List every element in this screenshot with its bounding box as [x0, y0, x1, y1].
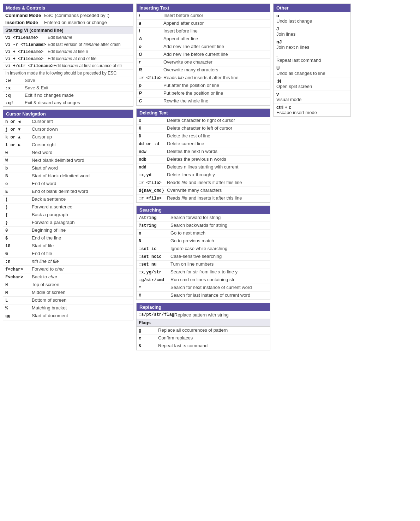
cmd-row-w: :w Save — [3, 77, 133, 84]
cursor-val-0: Cursor left — [32, 119, 53, 124]
flag-val-1: Confirm replaces — [158, 335, 193, 341]
cursor-key-22: M — [5, 290, 32, 295]
searching-key-2: n — [139, 231, 170, 236]
cursor-row-9: EEnd of blank delimited word — [3, 188, 133, 196]
inserting-row-10: PPut before the position or line — [137, 90, 270, 97]
searching-row-1: ?stringSearch backwards for string — [137, 222, 270, 230]
cursor-val-23: Bottom of screen — [32, 297, 66, 303]
deleting-val-10: Reads file and inserts it after this lin… — [167, 195, 242, 201]
deleting-key-2: D — [139, 134, 167, 139]
cursor-row-2: k or ▲Cursor up — [3, 134, 133, 141]
inserting-header: Inserting Text — [137, 4, 270, 12]
cursor-key-4: w — [5, 150, 32, 155]
vi-row-1: vi -r <filename> Edit last version of fi… — [3, 41, 133, 48]
searching-row-2: nGo to next match — [137, 230, 270, 237]
searching-row-4: :set icIgnore case while searching — [137, 245, 270, 253]
vi-key-2: vi + <filename> — [5, 49, 48, 54]
cursor-row-14: 0Beginning of line — [3, 227, 133, 235]
cursor-row-4: wNext word — [3, 149, 133, 157]
inserting-row-0: iInsert before cursor — [137, 12, 270, 20]
searching-row-0: /stringSearch forward for string — [137, 214, 270, 222]
deleting-body: xDelete character to right of cursorXDel… — [137, 117, 270, 202]
searching-key-10: # — [139, 293, 170, 298]
deleting-key-6: ndd — [139, 165, 167, 170]
replacing-body: :s/pt/str/flagReplace pattern with strin… — [137, 311, 270, 350]
cursor-val-9: End of blank delimited word — [32, 189, 88, 194]
column-1: Modes & Controls Command Mode ESC (comma… — [3, 4, 133, 323]
other-row-2: nJJoin next n lines — [274, 38, 350, 51]
cursor-val-22: Middle of screen — [32, 290, 65, 295]
searching-key-3: N — [139, 239, 170, 244]
inserting-val-11: Rewrite the whole line — [163, 98, 208, 103]
cursor-row-22: MMiddle of screen — [3, 289, 133, 297]
vi-val-2: Edit filename at line n — [48, 49, 88, 54]
deleting-key-5: ndb — [139, 157, 167, 162]
searching-header: Searching — [137, 206, 270, 214]
modes-val-command: ESC (commands preceded by :) — [44, 13, 109, 18]
deleting-val-6: Deletes n lines starting with current — [167, 164, 238, 170]
deleting-val-2: Delete the rest of line — [167, 133, 210, 138]
inserting-key-5: O — [139, 52, 163, 57]
other-val-5: Open split screen — [276, 84, 348, 89]
other-section: Other uUndo last changeJJoin linesnJJoin… — [273, 4, 351, 117]
modes-section: Modes & Controls Command Mode ESC (comma… — [3, 4, 133, 107]
inserting-key-9: p — [139, 83, 163, 88]
cmd-key-w: :w — [5, 78, 25, 83]
cursor-val-19: Forward to char — [32, 266, 64, 272]
deleting-row-3: dd or :dDelete current line — [137, 140, 270, 148]
inserting-body: iInsert before cursoraAppend after curso… — [137, 12, 270, 105]
inserting-section: Inserting Text iInsert before cursoraApp… — [136, 4, 270, 106]
inserting-key-6: r — [139, 59, 163, 65]
inserting-key-8: :r <file> — [139, 76, 163, 81]
replace-cmd-val: Replace pattern with string — [174, 312, 229, 318]
inserting-row-9: pPut after the position or line — [137, 82, 270, 90]
deleting-row-1: XDelete character to left of cursor — [137, 125, 270, 132]
replace-cmd-row: :s/pt/str/flagReplace pattern with strin… — [137, 311, 270, 319]
searching-row-8: :g/str/cmdRun cmd on lines containing st… — [137, 276, 270, 284]
other-key-2: nJ — [276, 39, 348, 45]
cursor-row-17: GEnd of file — [3, 250, 133, 258]
searching-row-6: :set nuTurn on line numbers — [137, 261, 270, 268]
vi-key-4: vi +/str <filename> — [5, 64, 54, 69]
cursor-row-23: LBottom of screen — [3, 297, 133, 304]
cursor-key-16: 1G — [5, 244, 32, 249]
deleting-row-7: :x,ydDelete lines x through y — [137, 171, 270, 179]
other-key-7: ctrl + c — [276, 105, 348, 110]
cursor-val-25: Start of document — [32, 313, 68, 318]
inserting-row-2: IInsert before line — [137, 28, 270, 35]
cursor-row-21: HTop of screen — [3, 281, 133, 289]
searching-key-5: :set noic — [139, 254, 170, 259]
other-val-1: Join lines — [276, 31, 348, 37]
cursor-val-16: Start of file — [32, 243, 54, 248]
searching-row-9: *Search for next instance of current wor… — [137, 284, 270, 292]
deleting-row-8: :r <file>Reads file and inserts it after… — [137, 179, 270, 187]
cursor-val-15: End of the line — [32, 235, 61, 241]
other-val-6: Visual mode — [276, 97, 348, 102]
cursor-row-25: ggStart of document — [3, 312, 133, 320]
cmd-val-w: Save — [25, 78, 35, 83]
cmd-val-q: Exit if no changes made — [25, 93, 74, 98]
cursor-row-15: $End of the line — [3, 235, 133, 242]
cursor-val-21: Top of screen — [32, 282, 59, 287]
inserting-row-6: rOverwrite one character — [137, 59, 270, 66]
cursor-key-8: e — [5, 182, 32, 187]
other-val-7: Escape insert mode — [276, 110, 348, 115]
other-row-0: uUndo last change — [274, 12, 350, 25]
flag-val-0: Replace all occurrences of pattern — [158, 327, 228, 333]
flag-row-2: &Repeat last :s command — [137, 342, 270, 350]
cursor-section: Cursor Navigation h or ◀Cursor leftj or … — [3, 109, 133, 320]
cursor-val-11: Forward a sentence — [32, 204, 72, 209]
vi-row-3: vi + <filename> Edit filename at end of … — [3, 55, 133, 63]
inserting-key-4: o — [139, 44, 163, 49]
cursor-val-8: End of word — [32, 181, 56, 186]
inserting-key-7: R — [139, 67, 163, 72]
cmd-key-x: :x — [5, 85, 25, 91]
vi-val-4: Edit filename at first occurance of str — [54, 63, 122, 68]
searching-section: Searching /stringSearch forward for stri… — [136, 206, 270, 300]
modes-val-insertion: Entered on insertion or change — [44, 20, 107, 25]
inserting-key-0: i — [139, 13, 163, 18]
modes-key-insertion: Insertion Mode — [5, 20, 44, 25]
cursor-row-8: eEnd of word — [3, 180, 133, 188]
other-header: Other — [274, 4, 350, 12]
cmd-key-q: :q — [5, 93, 25, 98]
